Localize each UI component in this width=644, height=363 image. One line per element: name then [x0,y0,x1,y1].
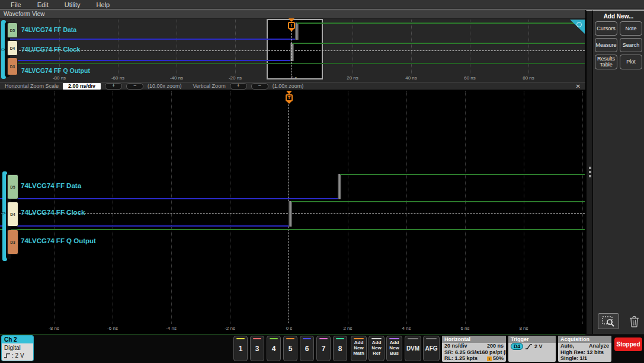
zoom-control-bar: Horizontal Zoom Scale 2.00 ns/div + − (1… [0,82,585,90]
zoom-handle-d4[interactable]: D4 [7,202,18,227]
h-zoom-plus-button[interactable]: + [105,83,122,90]
trigger-level: 2 V [534,343,543,349]
d4-clock-high-trace [291,201,585,202]
h-sample-rate: SR: 6.25 GS/s [444,349,479,356]
zoom-axis-tick: -4 ns [166,326,177,331]
zoom-axis-tick: 6 ns [460,326,469,331]
menu-file[interactable]: File [11,1,21,8]
d5-data-high-trace [340,174,585,175]
add-new-math-button[interactable]: Add New Math [351,336,367,361]
button-label: 4 [272,345,276,353]
overview-handle-d4[interactable]: D4 [7,40,18,56]
threshold-edge-icon [4,353,11,358]
note-button[interactable]: Note [620,21,642,36]
overview-axis-tick: -80 ns [53,75,66,81]
run-status-badge[interactable]: Stopped [614,337,642,351]
trigger-source-badge: D4 [511,343,523,350]
d4-clock-reference-dashline [1,213,585,214]
gridline [406,91,407,324]
panel-splitter[interactable] [586,10,593,334]
waveform-view-tab[interactable]: Waveform View [0,10,585,18]
digital-1-button[interactable]: 1 [233,336,248,361]
zoom-handle-d3[interactable]: D3 [7,230,18,254]
overview-graticule[interactable]: T <> D5 D4 D3 74LVCG74 FF Data 74LVCG74 … [0,18,585,82]
measure-button[interactable]: Measure [595,38,617,52]
v-zoom-minus-button[interactable]: − [251,83,268,90]
zoom-label-d5[interactable]: 74LVCG74 FF Data [21,182,81,189]
acquisition-panel-title: Acquisition [558,336,611,343]
digital-8-button[interactable]: 8 [333,336,347,361]
dvm-button[interactable]: DVM [405,336,421,361]
add-new-bus-button[interactable]: Add New Bus [386,336,402,361]
group-expand-icon[interactable]: <> [1,211,6,215]
group-expand-icon[interactable]: <> [1,47,5,52]
gridline [582,91,583,324]
zoom-mode-button[interactable] [598,313,619,329]
menu-edit[interactable]: Edit [37,1,49,8]
d3-q-high-trace [0,229,585,230]
zoom-label-d4[interactable]: 74LVCG74 FF Clock [21,209,85,216]
zoom-axis-tick: 4 ns [402,326,411,331]
digital-5-button[interactable]: 5 [283,336,297,361]
add-new-ref-button[interactable]: Add New Ref [369,336,385,361]
zoom-handle-d5[interactable]: D5 [7,174,18,199]
plot-button[interactable]: Plot [620,55,642,69]
oscilloscope-app: File Edit Utility Help Waveform View [0,0,644,363]
module-bar [426,338,437,339]
zoom-axis-tick: -2 ns [225,326,235,331]
button-label: 7 [322,345,326,353]
overview-label-d4[interactable]: 74LVCG74 FF Clock [21,46,80,53]
overview-handle-d3[interactable]: D3 [7,58,18,75]
acquisition-panel[interactable]: Acquisition Auto,Analyze High Res: 12 bi… [558,336,611,362]
v-zoom-plus-button[interactable]: + [230,83,247,90]
trigger-position-icon: T [487,356,492,361]
overview-axis-tick: 0 s [291,75,297,81]
digital-7-button[interactable]: 7 [316,336,331,361]
module-bar [408,338,418,339]
button-label: Add New Bus [387,340,402,356]
close-zoom-icon[interactable]: ✕ [576,83,581,90]
handle-id: D4 [10,212,15,216]
button-label: Add New Ref [369,340,384,356]
overview-axis-tick: 20 ns [347,75,358,81]
zoom-overlay-icon[interactable] [570,20,585,34]
button-label: AFG [425,345,437,352]
menu-help[interactable]: Help [97,1,110,8]
button-label: 5 [289,345,293,353]
handle-id: D5 [10,185,15,189]
trash-icon[interactable] [629,316,639,327]
gridline [230,91,230,324]
overview-label-d5[interactable]: 74LVCG74 FF Data [21,26,76,33]
horizontal-panel[interactable]: Horizontal 20 ns/div200 ns SR: 6.25 GS/s… [442,336,506,362]
digital-4-button[interactable]: 4 [267,336,281,361]
channel-color-bar [236,338,245,339]
gridline [524,91,524,324]
menu-utility[interactable]: Utility [65,1,81,8]
channel-color-bar [286,338,294,339]
button-label: 3 [255,345,259,353]
trigger-marker[interactable]: T [287,18,296,31]
afg-button[interactable]: AFG [423,336,440,361]
overview-handle-d5[interactable]: D5 [7,23,18,38]
zoomed-graticule[interactable]: T <> D5 D4 D3 74LVCG74 FF Data [0,90,585,335]
search-button[interactable]: Search [620,38,642,52]
d4-clock-high-trace [292,43,585,44]
h-zoom-minus-button[interactable]: − [126,83,143,90]
h-zoom-scale-value[interactable]: 2.00 ns/div [63,83,101,90]
zoom-box-icon [602,316,615,327]
digital-3-button[interactable]: 3 [250,336,264,361]
digital-6-button[interactable]: 6 [300,336,314,361]
trigger-tail-icon [287,101,291,104]
zoom-axis-tick: 0 s [286,326,293,331]
h-window: 200 ns [487,343,504,349]
zoom-label-d3[interactable]: 74LVCG74 FF Q Output [21,237,96,244]
trigger-panel[interactable]: Trigger D4 2 V [508,336,556,362]
button-label: 1 [239,345,243,353]
overview-label-d3[interactable]: 74LVCG74 FF Q Output [21,67,90,74]
add-new-grid: Cursors Note Measure Search Results Tabl… [595,21,642,69]
channel-2-badge[interactable]: Ch 2 Digital : 2 V [1,335,34,361]
trigger-marker[interactable]: T [284,91,294,104]
cursors-button[interactable]: Cursors [595,21,617,36]
results-table-button[interactable]: Results Table [595,55,617,69]
d5-data-low-trace [0,198,338,199]
